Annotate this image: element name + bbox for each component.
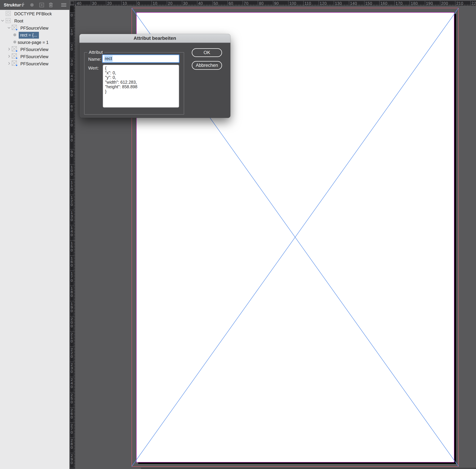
ruler-v-label: 60 xyxy=(71,105,73,112)
ruler-v-label: 270 xyxy=(71,423,73,434)
add-box-icon[interactable] xyxy=(39,0,44,10)
ruler-v-tick xyxy=(70,240,75,241)
ruler-v-label: 240 xyxy=(71,378,73,388)
ruler-v-tick xyxy=(70,28,75,28)
ruler-h-label: 30 xyxy=(92,1,97,6)
ruler-h-label: 150 xyxy=(365,1,372,6)
tree-row-pfsourceview[interactable]: PFSourceView xyxy=(0,53,69,60)
tree-row-doctype-pfblock[interactable]: DOCTYPE PFBlock xyxy=(0,10,69,17)
ruler-h-tick xyxy=(470,1,471,6)
ruler-cap xyxy=(70,6,75,12)
ruler-h-label: 40 xyxy=(77,1,82,6)
ruler-h-tick xyxy=(425,1,425,6)
canvas-bottom-strip xyxy=(141,468,476,469)
image-icon xyxy=(12,25,18,32)
name-input-selected-text: rect xyxy=(104,56,113,62)
ruler-v-label: 130 xyxy=(71,211,73,222)
ruler-v-tick xyxy=(70,331,75,332)
ruler-h-label: 110 xyxy=(304,1,311,6)
ruler-v-label: 190 xyxy=(71,302,73,313)
attribute-groupbox-label: Attribut xyxy=(87,50,104,55)
ruler-h-label: 220 xyxy=(472,1,476,6)
ruler-v-tick xyxy=(70,164,75,165)
ruler-h-label: 120 xyxy=(320,1,327,6)
tree-row-label: PFSourceView xyxy=(20,26,49,31)
tree-row-rect-[interactable]: rect = {... xyxy=(0,32,69,39)
ruler-h-tick xyxy=(167,1,167,6)
ruler-v-tick xyxy=(70,301,75,301)
ok-button[interactable]: OK xyxy=(192,48,222,57)
tree-row-source-page-1[interactable]: source-page = 1 xyxy=(0,39,69,46)
ruler-v-tick xyxy=(70,422,75,423)
trash-icon[interactable] xyxy=(49,0,53,10)
ruler-h-label: 190 xyxy=(426,1,433,6)
dialog-titlebar[interactable]: Attribut bearbeiten xyxy=(79,34,230,43)
ruler-h-tick xyxy=(334,1,334,6)
tree-row-label: DOCTYPE PFBlock xyxy=(14,11,52,16)
ruler-origin-box[interactable] xyxy=(70,1,74,5)
ruler-h-label: 210 xyxy=(456,1,463,6)
ruler-v-label: 140 xyxy=(71,226,73,237)
chevron-down-icon[interactable] xyxy=(7,26,11,30)
cancel-button[interactable]: Abbrechen xyxy=(192,61,222,70)
ruler-h-label: 30 xyxy=(183,1,188,6)
chevron-right-icon[interactable] xyxy=(7,47,11,52)
dialog-title: Attribut bearbeiten xyxy=(134,35,176,41)
ruler-v-tick xyxy=(70,316,75,317)
ruler-h-tick xyxy=(364,1,364,6)
ruler-v-tick xyxy=(70,103,75,104)
ruler-h-tick xyxy=(273,1,273,6)
ruler-v-label: 260 xyxy=(71,408,73,419)
menu-icon[interactable] xyxy=(61,0,66,10)
vertical-ruler: 0102030405060708090100110120130140150160… xyxy=(70,6,75,469)
tree-row-pfsourceview[interactable]: PFSourceView xyxy=(0,24,69,32)
wert-textarea[interactable]: { "x": 0, "y": 0, "width": 612.283, "hei… xyxy=(103,65,179,108)
ruler-v-tick xyxy=(70,58,75,58)
ruler-h-tick xyxy=(106,1,106,6)
record-circle-icon[interactable] xyxy=(30,0,34,10)
ruler-v-tick xyxy=(70,392,75,392)
ruler-v-label: 290 xyxy=(71,454,73,465)
chevron-right-icon[interactable] xyxy=(7,62,11,66)
name-label: Name: xyxy=(88,57,101,62)
ruler-h-tick xyxy=(410,1,410,6)
ruler-h-tick xyxy=(288,1,289,6)
wert-label: Wert: xyxy=(88,66,99,71)
chevron-down-icon[interactable] xyxy=(1,19,4,23)
tree-row-root[interactable]: Root xyxy=(0,17,69,24)
tree-row-pfsourceview[interactable]: PFSourceView xyxy=(0,46,69,53)
ruler-h-tick xyxy=(182,1,182,6)
ruler-v-label: 180 xyxy=(71,287,73,297)
ruler-h-label: 50 xyxy=(213,1,218,6)
image-icon xyxy=(12,60,18,67)
ruler-h-label: 170 xyxy=(395,1,403,6)
ruler-h-label: 10 xyxy=(122,1,127,6)
tree-row-label: Root xyxy=(14,18,23,23)
tree-row-pfsourceview[interactable]: PFSourceView xyxy=(0,60,69,67)
ruler-v-label: 30 xyxy=(71,59,73,66)
ruler-h-tick xyxy=(440,1,440,6)
ruler-h-tick xyxy=(303,1,304,6)
ruler-v-label: 20 xyxy=(71,44,73,51)
ruler-h-tick xyxy=(228,1,228,6)
ruler-v-tick xyxy=(70,468,75,468)
ruler-h-label: 140 xyxy=(350,1,357,6)
ruler-v-tick xyxy=(70,119,75,119)
ruler-h-label: 180 xyxy=(411,1,418,6)
ruler-h-label: 130 xyxy=(335,1,342,6)
chevron-right-icon[interactable] xyxy=(7,54,11,59)
ruler-h-tick xyxy=(212,1,213,6)
ruler-h-tick xyxy=(136,1,137,6)
name-input[interactable]: rect xyxy=(102,55,179,63)
ruler-v-label: 0 xyxy=(71,14,73,17)
flash-icon[interactable] xyxy=(21,0,25,10)
ruler-v-tick xyxy=(70,43,75,43)
image-icon xyxy=(12,53,18,60)
ruler-v-label: 120 xyxy=(71,196,73,206)
tree-row-label: PFSourceView xyxy=(20,54,49,59)
ruler-h-label: 80 xyxy=(259,1,264,6)
ruler-v-tick xyxy=(70,347,75,347)
ruler-v-tick xyxy=(70,134,75,134)
ruler-v-tick xyxy=(70,286,75,286)
ruler-h-tick xyxy=(258,1,258,6)
